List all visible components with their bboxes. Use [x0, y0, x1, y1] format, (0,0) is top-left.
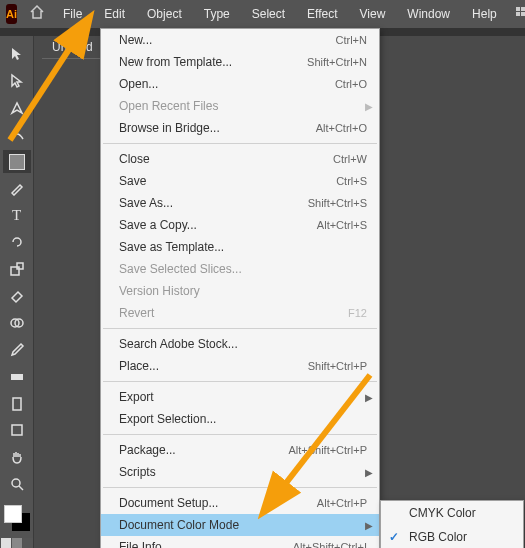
- menu-help[interactable]: Help: [462, 3, 507, 25]
- svg-rect-10: [12, 425, 22, 435]
- menu-item-new-from-template[interactable]: New from Template...Shift+Ctrl+N: [101, 51, 379, 73]
- menu-item-label: Export: [119, 390, 367, 404]
- type-tool[interactable]: T: [3, 203, 31, 227]
- menu-item-label: Save a Copy...: [119, 218, 317, 232]
- menu-item-version-history: Version History: [101, 280, 379, 302]
- eraser-tool[interactable]: [3, 284, 31, 308]
- menu-item-document-setup[interactable]: Document Setup...Alt+Ctrl+P: [101, 492, 379, 514]
- menu-item-shortcut: Shift+Ctrl+P: [308, 360, 367, 372]
- menu-item-label: Document Color Mode: [119, 518, 367, 532]
- menu-item-label: New...: [119, 33, 336, 47]
- submenu-arrow-icon: ▶: [365, 101, 373, 112]
- menu-item-open-recent-files: Open Recent Files▶: [101, 95, 379, 117]
- menu-item-shortcut: F12: [348, 307, 367, 319]
- submenu-arrow-icon: ▶: [365, 520, 373, 531]
- artboard-tool[interactable]: [3, 418, 31, 442]
- menu-item-save-a-copy[interactable]: Save a Copy...Alt+Ctrl+S: [101, 214, 379, 236]
- svg-rect-9: [13, 398, 21, 410]
- menu-item-label: Save As...: [119, 196, 308, 210]
- menu-item-browse-in-bridge[interactable]: Browse in Bridge...Alt+Ctrl+O: [101, 117, 379, 139]
- menu-item-revert: RevertF12: [101, 302, 379, 324]
- color-mode-rgb-color[interactable]: ✓RGB Color: [381, 525, 523, 548]
- direct-selection-tool[interactable]: [3, 69, 31, 93]
- svg-rect-4: [11, 267, 19, 275]
- menu-type[interactable]: Type: [194, 3, 240, 25]
- menu-item-document-color-mode[interactable]: Document Color Mode▶: [101, 514, 379, 536]
- menu-item-save-as-template[interactable]: Save as Template...: [101, 236, 379, 258]
- menu-item-label: Save Selected Slices...: [119, 262, 367, 276]
- shape-builder-tool[interactable]: [3, 311, 31, 335]
- menu-item-open[interactable]: Open...Ctrl+O: [101, 73, 379, 95]
- app-logo: Ai: [6, 4, 17, 24]
- selection-tool[interactable]: [3, 42, 31, 66]
- submenu-item-label: CMYK Color: [409, 506, 476, 520]
- menu-item-shortcut: Alt+Ctrl+P: [317, 497, 367, 509]
- menu-item-search-adobe-stock[interactable]: Search Adobe Stock...: [101, 333, 379, 355]
- menu-item-new[interactable]: New...Ctrl+N: [101, 29, 379, 51]
- menu-item-shortcut: Shift+Ctrl+S: [308, 197, 367, 209]
- menu-item-shortcut: Ctrl+N: [336, 34, 367, 46]
- menu-item-save[interactable]: SaveCtrl+S: [101, 170, 379, 192]
- menu-item-scripts[interactable]: Scripts▶: [101, 461, 379, 483]
- fill-stroke-swatch[interactable]: [4, 505, 30, 531]
- menu-item-label: Browse in Bridge...: [119, 121, 316, 135]
- menu-effect[interactable]: Effect: [297, 3, 347, 25]
- menu-item-label: Open...: [119, 77, 335, 91]
- menu-item-label: Version History: [119, 284, 367, 298]
- curvature-tool[interactable]: [3, 123, 31, 147]
- menu-item-close[interactable]: CloseCtrl+W: [101, 148, 379, 170]
- menu-item-shortcut: Alt+Ctrl+O: [316, 122, 367, 134]
- pen-tool[interactable]: [3, 96, 31, 120]
- menu-edit[interactable]: Edit: [94, 3, 135, 25]
- tools-panel: T: [0, 36, 34, 548]
- submenu-arrow-icon: ▶: [365, 392, 373, 403]
- menu-window[interactable]: Window: [397, 3, 460, 25]
- menu-separator: [103, 434, 377, 435]
- svg-rect-1: [521, 7, 525, 11]
- menu-separator: [103, 381, 377, 382]
- menu-item-export[interactable]: Export▶: [101, 386, 379, 408]
- svg-point-11: [12, 479, 20, 487]
- menu-item-export-selection[interactable]: Export Selection...: [101, 408, 379, 430]
- zoom-tool[interactable]: [3, 472, 31, 496]
- hand-tool[interactable]: [3, 445, 31, 469]
- home-icon[interactable]: [23, 4, 51, 24]
- menu-item-label: Save: [119, 174, 336, 188]
- symbol-sprayer-tool[interactable]: [3, 392, 31, 416]
- rotate-tool[interactable]: [3, 230, 31, 254]
- paintbrush-tool[interactable]: [3, 176, 31, 200]
- menu-item-label: Package...: [119, 443, 288, 457]
- svg-rect-3: [521, 12, 525, 16]
- menu-item-label: Save as Template...: [119, 240, 367, 254]
- rectangle-tool[interactable]: [3, 150, 31, 174]
- menu-item-label: Revert: [119, 306, 348, 320]
- svg-rect-0: [516, 7, 520, 11]
- menu-item-place[interactable]: Place...Shift+Ctrl+P: [101, 355, 379, 377]
- fill-swatch[interactable]: [4, 505, 22, 523]
- menu-select[interactable]: Select: [242, 3, 295, 25]
- scale-tool[interactable]: [3, 257, 31, 281]
- menu-item-shortcut: Shift+Ctrl+N: [307, 56, 367, 68]
- menu-item-package[interactable]: Package...Alt+Shift+Ctrl+P: [101, 439, 379, 461]
- eyedropper-tool[interactable]: [3, 338, 31, 362]
- draw-mode-icons[interactable]: [1, 538, 33, 548]
- file-menu-dropdown: New...Ctrl+NNew from Template...Shift+Ct…: [100, 28, 380, 548]
- menu-view[interactable]: View: [350, 3, 396, 25]
- menu-file[interactable]: File: [53, 3, 92, 25]
- menu-item-file-info[interactable]: File Info...Alt+Shift+Ctrl+I: [101, 536, 379, 548]
- menu-bar: Ai File Edit Object Type Select Effect V…: [0, 0, 525, 28]
- menu-object[interactable]: Object: [137, 3, 192, 25]
- menu-item-label: Open Recent Files: [119, 99, 367, 113]
- document-tab[interactable]: Untitled: [42, 36, 103, 59]
- svg-rect-8: [11, 374, 23, 380]
- color-mode-cmyk-color[interactable]: CMYK Color: [381, 501, 523, 525]
- submenu-arrow-icon: ▶: [365, 467, 373, 478]
- menu-item-label: Search Adobe Stock...: [119, 337, 367, 351]
- svg-rect-5: [17, 263, 23, 269]
- menu-item-save-as[interactable]: Save As...Shift+Ctrl+S: [101, 192, 379, 214]
- menu-item-shortcut: Alt+Shift+Ctrl+I: [293, 541, 367, 548]
- menu-item-label: Close: [119, 152, 333, 166]
- workspace-switcher-icon[interactable]: [509, 6, 525, 23]
- gradient-tool[interactable]: [3, 365, 31, 389]
- menu-item-label: Export Selection...: [119, 412, 367, 426]
